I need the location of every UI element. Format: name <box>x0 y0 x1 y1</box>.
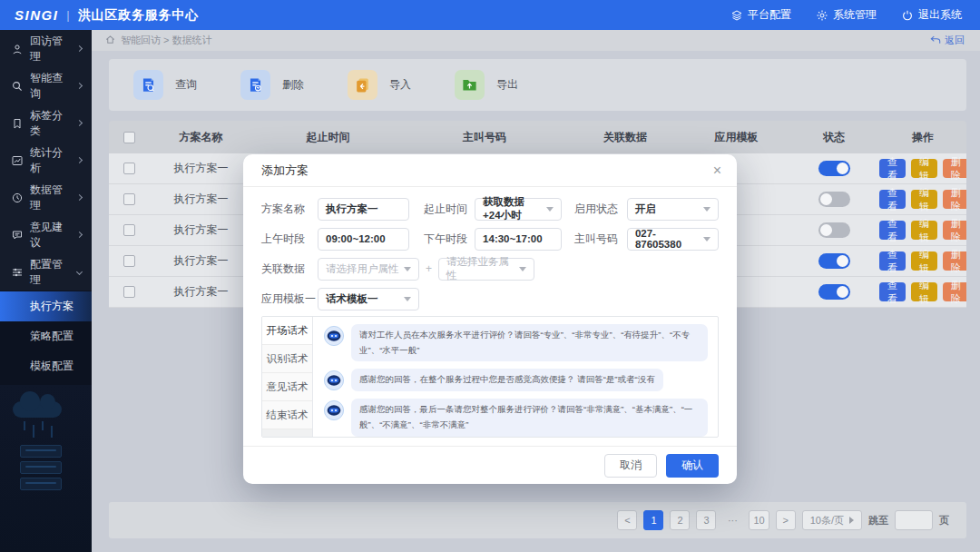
edit-button[interactable]: 编辑 <box>911 282 937 301</box>
caret-down-icon <box>703 207 710 212</box>
edit-button[interactable]: 编辑 <box>911 251 937 271</box>
template-value: 话术模板一 <box>326 292 378 306</box>
page-size-select[interactable]: 10条/页 <box>802 510 862 530</box>
sidebar-item-tag-category[interactable]: 标签分类 <box>0 104 92 142</box>
view-button[interactable]: 查看 <box>879 221 906 240</box>
row-checkbox[interactable] <box>123 193 135 205</box>
confirm-button[interactable]: 确认 <box>666 454 719 478</box>
row-checkbox[interactable] <box>123 224 135 236</box>
script-tabs: 开场话术 识别话术 意见话术 结束话术 <box>262 317 313 437</box>
sidebar-item-suggestions[interactable]: 意见建议 <box>0 216 92 253</box>
top-bar: SINGI | 洪山区政务服务中心 平台配置 系统管理 退出系统 <box>0 0 980 30</box>
close-icon[interactable]: × <box>713 163 721 178</box>
home-icon <box>105 34 115 46</box>
tab-closing-script[interactable]: 结束话术 <box>262 401 312 429</box>
afternoon-input[interactable]: 14:30~17:00 <box>475 228 562 251</box>
add-plan-modal: 添加方案 × 方案名称 执行方案一 起止时间 获取数据+24小时 启用状态 开启… <box>243 154 737 484</box>
view-button[interactable]: 查看 <box>879 159 906 178</box>
user-attr-select[interactable]: 请选择用户属性 <box>318 258 419 281</box>
bookmark-icon <box>12 118 23 129</box>
import-button[interactable]: 导入 <box>348 70 411 100</box>
delete-row-button[interactable]: 删除 <box>943 282 966 301</box>
edit-button[interactable]: 编辑 <box>911 221 937 240</box>
plan-name-label: 方案名称 <box>261 202 318 217</box>
gear-icon <box>817 10 828 21</box>
col-header-caller: 主叫号码 <box>403 130 566 145</box>
caret-down-icon <box>546 207 554 212</box>
delete-label: 删除 <box>282 77 304 93</box>
row-checkbox[interactable] <box>123 163 135 174</box>
view-button[interactable]: 查看 <box>879 251 906 271</box>
sidebar-item-stat-analysis[interactable]: 统计分析 <box>0 142 92 179</box>
chevron-right-icon <box>76 45 83 52</box>
morning-label: 上午时段 <box>261 232 318 247</box>
back-label: 返回 <box>945 34 965 47</box>
caller-select[interactable]: 027-87605380 <box>627 228 719 251</box>
page-button-2[interactable]: 2 <box>670 510 690 530</box>
enable-status-label: 启用状态 <box>574 202 627 217</box>
delete-row-button[interactable]: 删除 <box>943 190 966 209</box>
sidebar-item-smart-query[interactable]: 智能查询 <box>0 67 92 104</box>
topbar-menu: 平台配置 系统管理 退出系统 <box>731 7 962 23</box>
delete-row-button[interactable]: 删除 <box>943 251 966 271</box>
chart-line-icon <box>12 155 23 166</box>
submenu-item-strategy-config[interactable]: 策略配置 <box>0 321 92 351</box>
time-range-select[interactable]: 获取数据+24小时 <box>475 198 562 221</box>
sidebar: 回访管理 智能查询 标签分类 统计分析 数据管理 意见建议 <box>0 30 92 552</box>
row-checkbox[interactable] <box>123 286 135 298</box>
chevron-down-icon <box>76 269 83 275</box>
edit-button[interactable]: 编辑 <box>911 159 937 178</box>
tab-opinion-script[interactable]: 意见话术 <box>262 373 312 401</box>
page-button-1[interactable]: 1 <box>643 510 663 530</box>
submenu-item-exec-plan[interactable]: 执行方案 <box>0 291 92 321</box>
edit-button[interactable]: 编辑 <box>911 190 937 209</box>
select-all-checkbox[interactable] <box>123 132 135 143</box>
jump-page-input[interactable] <box>895 510 933 530</box>
delete-row-button[interactable]: 删除 <box>943 221 966 240</box>
tab-opening-script[interactable]: 开场话术 <box>262 317 312 345</box>
page-button-3[interactable]: 3 <box>696 510 716 530</box>
prev-page-button[interactable]: < <box>617 510 637 530</box>
next-page-button[interactable]: > <box>776 510 796 530</box>
sidebar-label: 回访管理 <box>30 34 70 64</box>
status-toggle[interactable] <box>818 192 850 207</box>
config-submenu: 执行方案 策略配置 模板配置 <box>0 291 92 385</box>
back-arrow-icon <box>930 35 941 46</box>
query-button[interactable]: 查询 <box>133 70 197 100</box>
template-select[interactable]: 话术模板一 <box>318 288 419 310</box>
folder-import-icon <box>348 70 377 100</box>
logout-menu[interactable]: 退出系统 <box>902 7 962 23</box>
plan-name-cell: 执行方案一 <box>149 222 253 238</box>
submenu-item-template-config[interactable]: 模板配置 <box>0 351 92 381</box>
enable-status-select[interactable]: 开启 <box>627 198 719 221</box>
export-button[interactable]: 导出 <box>455 70 518 100</box>
sidebar-item-data-manage[interactable]: 数据管理 <box>0 179 92 216</box>
view-button[interactable]: 查看 <box>879 190 906 209</box>
logout-label: 退出系统 <box>918 7 962 23</box>
delete-row-button[interactable]: 删除 <box>943 159 966 178</box>
status-toggle[interactable] <box>818 284 850 300</box>
tab-recognition-script[interactable]: 识别话术 <box>262 345 312 373</box>
biz-attr-select[interactable]: 请选择业务属性 <box>438 258 534 281</box>
back-button[interactable]: 返回 <box>930 34 965 47</box>
status-toggle[interactable] <box>818 253 850 269</box>
related-data-label: 关联数据 <box>261 261 318 277</box>
chat-message: 感谢您的回答，最后一条请您对整个服务进行评价？请回答“非常满意”、“基本满意”、… <box>323 399 708 436</box>
cancel-button[interactable]: 取消 <box>604 454 657 478</box>
page-button-10[interactable]: 10 <box>749 510 769 530</box>
delete-button[interactable]: 删除 <box>240 70 304 100</box>
caller-label: 主叫号码 <box>574 232 627 247</box>
sidebar-item-config-manage[interactable]: 配置管理 <box>0 253 92 291</box>
time-range-value: 获取数据+24小时 <box>483 195 542 222</box>
plan-name-input[interactable]: 执行方案一 <box>318 198 409 221</box>
col-header-name: 方案名称 <box>149 130 253 145</box>
status-toggle[interactable] <box>818 161 850 176</box>
view-button[interactable]: 查看 <box>879 282 906 301</box>
plan-name-cell: 执行方案一 <box>149 253 253 269</box>
sidebar-item-visit-manage[interactable]: 回访管理 <box>0 30 92 67</box>
morning-input[interactable]: 09:00~12:00 <box>318 228 409 251</box>
platform-config-menu[interactable]: 平台配置 <box>731 7 791 23</box>
row-checkbox[interactable] <box>123 255 135 267</box>
system-manage-menu[interactable]: 系统管理 <box>817 7 877 23</box>
status-toggle[interactable] <box>818 222 850 238</box>
